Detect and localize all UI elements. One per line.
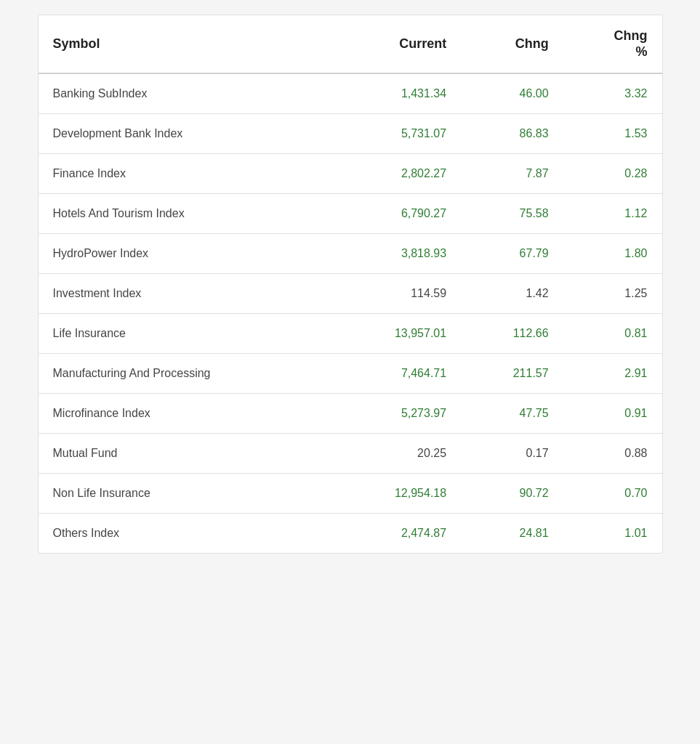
- table-row: Others Index2,474.8724.811.01: [39, 514, 662, 554]
- cell-chng: 47.75: [461, 394, 563, 434]
- cell-current: 2,474.87: [334, 514, 462, 554]
- cell-chng-pct: 1.12: [563, 194, 662, 234]
- cell-chng: 90.72: [461, 474, 563, 514]
- cell-symbol: HydroPower Index: [39, 234, 334, 274]
- cell-chng: 46.00: [461, 73, 563, 114]
- cell-chng-pct: 0.91: [563, 394, 662, 434]
- cell-chng-pct: 0.88: [563, 434, 662, 474]
- cell-symbol: Mutual Fund: [39, 434, 334, 474]
- cell-current: 12,954.18: [334, 474, 462, 514]
- table-row: Development Bank Index5,731.0786.831.53: [39, 114, 662, 154]
- index-table-container: Symbol Current Chng Chng% Banking SubInd…: [38, 15, 663, 554]
- cell-current: 1,431.34: [334, 73, 462, 114]
- cell-current: 5,731.07: [334, 114, 462, 154]
- table-row: Banking SubIndex1,431.3446.003.32: [39, 73, 662, 114]
- header-chng-pct: Chng%: [563, 15, 662, 73]
- table-row: Mutual Fund20.250.170.88: [39, 434, 662, 474]
- cell-chng: 1.42: [461, 274, 563, 314]
- table-row: Finance Index2,802.277.870.28: [39, 154, 662, 194]
- table-row: Non Life Insurance12,954.1890.720.70: [39, 474, 662, 514]
- cell-symbol: Finance Index: [39, 154, 334, 194]
- cell-chng-pct: 1.01: [563, 514, 662, 554]
- cell-chng: 0.17: [461, 434, 563, 474]
- cell-chng: 86.83: [461, 114, 563, 154]
- header-chng: Chng: [461, 15, 563, 73]
- cell-symbol: Banking SubIndex: [39, 73, 334, 114]
- cell-chng-pct: 0.81: [563, 314, 662, 354]
- cell-symbol: Manufacturing And Processing: [39, 354, 334, 394]
- cell-current: 2,802.27: [334, 154, 462, 194]
- cell-current: 3,818.93: [334, 234, 462, 274]
- cell-symbol: Investment Index: [39, 274, 334, 314]
- table-row: Hotels And Tourism Index6,790.2775.581.1…: [39, 194, 662, 234]
- cell-chng-pct: 1.25: [563, 274, 662, 314]
- cell-symbol: Others Index: [39, 514, 334, 554]
- cell-current: 5,273.97: [334, 394, 462, 434]
- table-row: Microfinance Index5,273.9747.750.91: [39, 394, 662, 434]
- index-table: Symbol Current Chng Chng% Banking SubInd…: [39, 15, 662, 553]
- cell-chng: 75.58: [461, 194, 563, 234]
- header-symbol: Symbol: [39, 15, 334, 73]
- cell-chng-pct: 1.80: [563, 234, 662, 274]
- cell-current: 13,957.01: [334, 314, 462, 354]
- cell-current: 7,464.71: [334, 354, 462, 394]
- cell-chng-pct: 2.91: [563, 354, 662, 394]
- table-row: Manufacturing And Processing7,464.71211.…: [39, 354, 662, 394]
- table-row: HydroPower Index3,818.9367.791.80: [39, 234, 662, 274]
- cell-symbol: Hotels And Tourism Index: [39, 194, 334, 234]
- cell-chng: 112.66: [461, 314, 563, 354]
- cell-current: 6,790.27: [334, 194, 462, 234]
- cell-symbol: Microfinance Index: [39, 394, 334, 434]
- header-current: Current: [334, 15, 462, 73]
- cell-chng-pct: 0.28: [563, 154, 662, 194]
- cell-chng: 67.79: [461, 234, 563, 274]
- cell-chng-pct: 3.32: [563, 73, 662, 114]
- table-row: Investment Index114.591.421.25: [39, 274, 662, 314]
- cell-symbol: Development Bank Index: [39, 114, 334, 154]
- cell-current: 114.59: [334, 274, 462, 314]
- cell-chng-pct: 1.53: [563, 114, 662, 154]
- cell-chng: 211.57: [461, 354, 563, 394]
- cell-symbol: Non Life Insurance: [39, 474, 334, 514]
- cell-chng-pct: 0.70: [563, 474, 662, 514]
- cell-current: 20.25: [334, 434, 462, 474]
- table-row: Life Insurance13,957.01112.660.81: [39, 314, 662, 354]
- table-header-row: Symbol Current Chng Chng%: [39, 15, 662, 73]
- cell-chng: 24.81: [461, 514, 563, 554]
- cell-chng: 7.87: [461, 154, 563, 194]
- cell-symbol: Life Insurance: [39, 314, 334, 354]
